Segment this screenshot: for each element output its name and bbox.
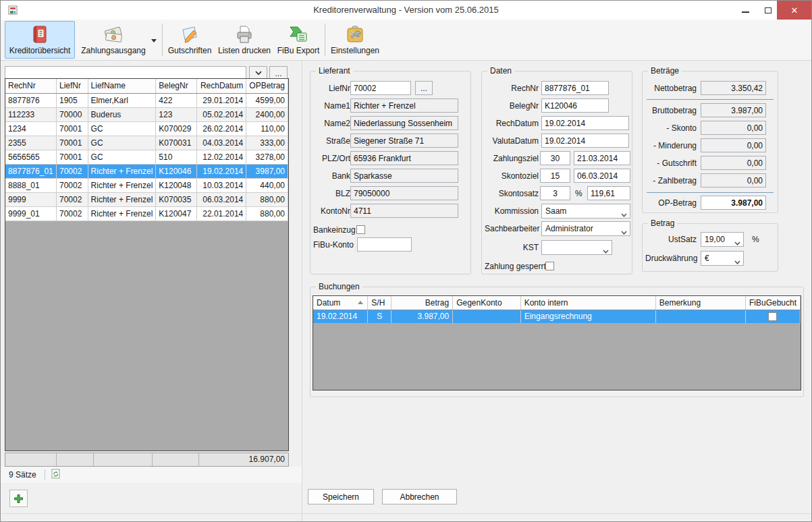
grid-cell[interactable]: 8877876_01 bbox=[5, 164, 57, 178]
toolbar-button-zahlungsausgang[interactable]: Zahlungsausgang bbox=[76, 21, 160, 59]
grid-cell[interactable]: 9999 bbox=[5, 192, 57, 206]
column-header-fibugebucht[interactable]: FiBuGebucht bbox=[745, 296, 800, 310]
grid-cell[interactable]: 29.01.2014 bbox=[197, 93, 246, 107]
table-row[interactable]: 235570001GCK07003104.03.2014333,00 bbox=[5, 136, 288, 150]
grid-cell[interactable]: GC bbox=[88, 150, 156, 164]
minimize-button[interactable] bbox=[735, 1, 755, 20]
booking-row[interactable]: 19.02.2014 S 3.987,00 Eingangsrechnung bbox=[313, 310, 801, 323]
skontoziel-days-input[interactable] bbox=[540, 169, 570, 183]
column-header-belegnr[interactable]: BelegNr bbox=[156, 79, 197, 93]
rechnr-input[interactable] bbox=[541, 81, 609, 95]
grid-cell[interactable]: GC bbox=[88, 121, 156, 136]
column-header-bemerkung[interactable]: Bemerkung bbox=[655, 296, 745, 310]
booking-bemerkung[interactable] bbox=[655, 310, 745, 323]
booking-datum[interactable]: 19.02.2014 bbox=[313, 310, 368, 323]
grid-cell[interactable]: 04.03.2014 bbox=[197, 136, 246, 150]
toolbar-button-listen-drucken[interactable]: Listen drucken bbox=[216, 21, 273, 59]
grid-cell[interactable]: K120048 bbox=[156, 178, 197, 192]
table-row[interactable]: 8888_0170002Richter + FrenzelK12004810.0… bbox=[5, 178, 288, 192]
name2-field[interactable] bbox=[350, 116, 458, 130]
toolbar-button-fibu-export[interactable]: FiBu Export bbox=[275, 21, 322, 59]
skontoziel-date-input[interactable] bbox=[574, 169, 630, 183]
grid-cell[interactable]: 70001 bbox=[57, 121, 88, 136]
grid-cell[interactable]: K120046 bbox=[156, 164, 197, 178]
zahlungsziel-days-input[interactable] bbox=[540, 151, 570, 165]
grid-cell[interactable]: 22.01.2014 bbox=[197, 206, 246, 221]
bankeinzug-checkbox[interactable] bbox=[356, 225, 365, 234]
grid-cell[interactable]: Richter + Frenzel bbox=[88, 178, 156, 192]
table-row[interactable]: 123470001GCK07002926.02.2014110,00 bbox=[5, 121, 288, 136]
kommission-select[interactable]: Saam bbox=[541, 204, 630, 219]
fibu-gebucht-checkbox[interactable] bbox=[768, 312, 777, 321]
grid-cell[interactable]: 880,00 bbox=[246, 206, 288, 221]
maximize-button[interactable] bbox=[758, 1, 778, 20]
grid-cell[interactable]: K070031 bbox=[156, 136, 197, 150]
toolbar-button-einstellungen[interactable]: Einstellungen bbox=[328, 21, 382, 59]
column-header-datum[interactable]: Datum bbox=[313, 296, 368, 310]
grid-cell[interactable]: 1905 bbox=[57, 93, 88, 107]
rechdatum-input[interactable] bbox=[541, 116, 629, 130]
grid-cell[interactable]: 110,00 bbox=[246, 121, 288, 136]
skontosatz-amount-input[interactable] bbox=[587, 186, 630, 200]
grid-cell[interactable]: 70001 bbox=[57, 136, 88, 150]
sachbearbeiter-select[interactable]: Administrator bbox=[541, 221, 630, 236]
grid-cell[interactable]: 26.02.2014 bbox=[197, 121, 246, 136]
minderung-field[interactable] bbox=[701, 138, 766, 152]
dropdown-arrow-icon[interactable] bbox=[151, 39, 157, 42]
zahlungsziel-date-input[interactable] bbox=[574, 151, 630, 165]
liefnr-input[interactable] bbox=[350, 81, 411, 95]
table-row[interactable]: 565656570001GC51012.02.20143278,00 bbox=[5, 150, 288, 164]
grid-cell[interactable]: 9999_01 bbox=[5, 206, 57, 221]
table-row[interactable]: 999970002Richter + FrenzelK07003506.03.2… bbox=[5, 192, 288, 206]
column-header-betrag[interactable]: Betrag bbox=[391, 296, 452, 310]
table-row[interactable]: 8877876_0170002Richter + FrenzelK1200461… bbox=[5, 164, 288, 178]
column-header-konto-intern[interactable]: Konto intern bbox=[520, 296, 655, 310]
column-header-opbetrag[interactable]: OPBetrag bbox=[246, 79, 288, 93]
invoice-grid[interactable]: RechNr LiefNr LiefName BelegNr RechDatum… bbox=[5, 78, 289, 451]
grid-cell[interactable]: 12.02.2014 bbox=[197, 150, 246, 164]
column-header-rechdatum[interactable]: RechDatum bbox=[197, 79, 246, 93]
grid-cell[interactable]: Richter + Frenzel bbox=[88, 164, 156, 178]
booking-betrag[interactable]: 3.987,00 bbox=[391, 310, 452, 323]
table-row[interactable]: 11223370000Buderus12305.02.20142400,00 bbox=[5, 107, 288, 121]
grid-cell[interactable]: 1234 bbox=[5, 121, 57, 136]
fibukonto-input[interactable] bbox=[357, 237, 412, 252]
grid-cell[interactable]: 70000 bbox=[57, 107, 88, 121]
grid-cell[interactable]: 06.03.2014 bbox=[197, 192, 246, 206]
grid-cell[interactable]: 440,00 bbox=[246, 178, 288, 192]
plzort-field[interactable] bbox=[350, 151, 458, 165]
grid-cell[interactable]: 2400,00 bbox=[246, 107, 288, 121]
ustsatz-select[interactable]: 19,00 bbox=[701, 232, 744, 247]
opbetrag-field[interactable] bbox=[701, 196, 766, 210]
grid-cell[interactable]: Richter + Frenzel bbox=[88, 206, 156, 221]
grid-cell[interactable]: 8888_01 bbox=[5, 178, 57, 192]
bruttobetrag-field[interactable] bbox=[701, 103, 766, 117]
column-header-liefname[interactable]: LiefName bbox=[88, 79, 156, 93]
grid-cell[interactable]: 8877876 bbox=[5, 93, 57, 107]
nettobetrag-field[interactable] bbox=[701, 81, 766, 95]
cancel-button[interactable]: Abbrechen bbox=[382, 489, 457, 504]
druckwaehrung-select[interactable]: € bbox=[701, 251, 744, 266]
grid-cell[interactable]: 510 bbox=[156, 150, 197, 164]
grid-cell[interactable]: Elmer,Karl bbox=[88, 93, 156, 107]
grid-cell[interactable]: 3987,00 bbox=[246, 164, 288, 178]
gutschrift-field[interactable] bbox=[701, 156, 766, 170]
grid-cell[interactable]: 05.02.2014 bbox=[197, 107, 246, 121]
grid-cell[interactable]: 2355 bbox=[5, 136, 57, 150]
skonto-field[interactable] bbox=[701, 121, 766, 135]
buchungen-grid[interactable]: Datum S/H Betrag GegenKonto Konto intern… bbox=[313, 295, 801, 390]
grid-cell[interactable]: K070035 bbox=[156, 192, 197, 206]
table-row[interactable]: 88778761905Elmer,Karl42229.01.20144599,0… bbox=[5, 93, 288, 107]
booking-konto-intern[interactable]: Eingangsrechnung bbox=[520, 310, 655, 323]
booking-gegenkonto[interactable] bbox=[453, 310, 521, 323]
grid-cell[interactable]: 70002 bbox=[57, 192, 88, 206]
grid-cell[interactable]: 10.03.2014 bbox=[197, 178, 246, 192]
strasse-field[interactable] bbox=[350, 134, 458, 148]
save-button[interactable]: Speichern bbox=[308, 489, 374, 504]
kontonr-field[interactable] bbox=[350, 204, 458, 218]
bank-field[interactable] bbox=[350, 169, 458, 183]
blz-field[interactable] bbox=[350, 186, 458, 200]
refresh-icon[interactable] bbox=[51, 469, 60, 481]
toolbar-button-gutschriften[interactable]: Gutschriften bbox=[165, 21, 215, 59]
belegnr-input[interactable] bbox=[541, 98, 609, 113]
